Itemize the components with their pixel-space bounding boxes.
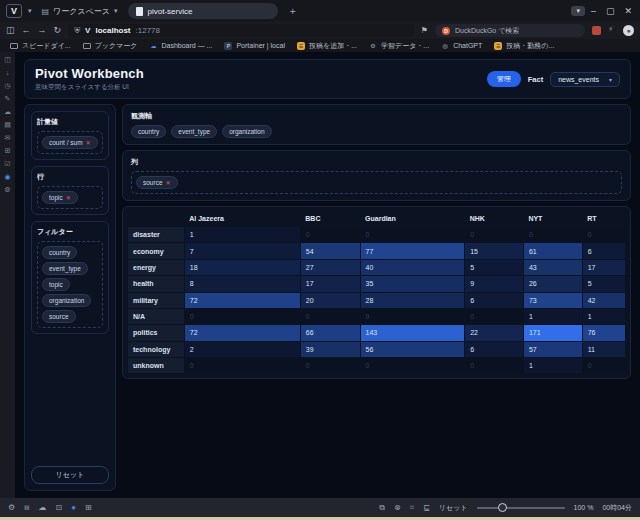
- filter-chip-source[interactable]: source: [42, 310, 76, 323]
- pivot-cell[interactable]: 39: [300, 341, 360, 357]
- pause-icon[interactable]: ⦀⦀: [24, 505, 29, 511]
- url-field[interactable]: ⛨ V localhost :12778: [68, 24, 414, 37]
- pivot-cell[interactable]: 54: [300, 243, 360, 259]
- pivot-cell[interactable]: 0: [582, 358, 625, 374]
- pivot-cell[interactable]: 0: [184, 358, 300, 374]
- close-button[interactable]: ✕: [624, 7, 632, 16]
- panel-tasks-icon[interactable]: ☑: [4, 160, 10, 167]
- forward-button[interactable]: →: [38, 26, 47, 35]
- column-chip-source[interactable]: source✕: [136, 176, 178, 189]
- pivot-cell[interactable]: 0: [300, 358, 360, 374]
- bookmark-item[interactable]: ⚙学習データ・...: [369, 41, 429, 51]
- pivot-cell[interactable]: 0: [300, 227, 360, 243]
- panel-panels-icon[interactable]: ◫: [4, 56, 11, 63]
- reset-button[interactable]: リセット: [31, 466, 109, 484]
- bookmark-item[interactable]: PPortainer | local: [224, 42, 285, 50]
- pivot-cell[interactable]: 73: [523, 292, 582, 308]
- pivot-cell[interactable]: 1: [523, 358, 582, 374]
- fact-select[interactable]: news_events ▾: [550, 72, 620, 87]
- panel-notes-icon[interactable]: ✎: [5, 95, 11, 102]
- filters-dropzone[interactable]: countryevent_typetopicorganizationsource: [37, 241, 103, 328]
- bookmark-item[interactable]: ☰投稿を追加・...: [297, 41, 357, 51]
- pivot-cell[interactable]: 0: [360, 358, 465, 374]
- profile-avatar[interactable]: ●: [623, 25, 634, 36]
- filter-chip-topic[interactable]: topic: [42, 278, 70, 291]
- pivot-cell[interactable]: 18: [184, 259, 300, 275]
- pivot-cell[interactable]: 0: [582, 227, 625, 243]
- panel-active-app-icon[interactable]: ◉: [4, 173, 10, 180]
- pivot-cell[interactable]: 0: [465, 308, 524, 324]
- pivot-cell[interactable]: 11: [582, 341, 625, 357]
- pivot-cell[interactable]: 0: [523, 227, 582, 243]
- image-toggle-icon[interactable]: ⊑: [423, 504, 430, 512]
- pivot-cell[interactable]: 2: [184, 341, 300, 357]
- filter-chip-organization[interactable]: organization: [42, 294, 91, 307]
- pivot-cell[interactable]: 1: [582, 308, 625, 324]
- window-panel-icon[interactable]: ⊡: [55, 504, 62, 512]
- bookmark-item[interactable]: ☁Dashboard — ...: [149, 42, 212, 50]
- grid-icon[interactable]: ⊞: [85, 504, 92, 512]
- bookmark-item[interactable]: ☰投稿・勤務の...: [494, 41, 554, 51]
- axis-chip-event-type[interactable]: event_type: [171, 125, 217, 138]
- pivot-cell[interactable]: 7: [184, 243, 300, 259]
- panel-downloads-icon[interactable]: ↓: [6, 69, 10, 76]
- closed-tabs-button[interactable]: ▾: [571, 6, 585, 16]
- pivot-cell[interactable]: 43: [523, 259, 582, 275]
- pivot-cell[interactable]: 40: [360, 259, 465, 275]
- pivot-cell[interactable]: 0: [360, 227, 465, 243]
- pivot-cell[interactable]: 42: [582, 292, 625, 308]
- pivot-cell[interactable]: 61: [523, 243, 582, 259]
- vivaldi-menu-button[interactable]: V: [6, 4, 22, 18]
- panel-toggle-icon[interactable]: ◫: [6, 26, 15, 35]
- pivot-cell[interactable]: 77: [360, 243, 465, 259]
- workspace-switcher[interactable]: ▤ ワークスペース ▾: [38, 4, 122, 19]
- pivot-cell[interactable]: 57: [523, 341, 582, 357]
- tiling-icon[interactable]: ⊗: [394, 504, 401, 512]
- panel-windows-icon[interactable]: ⊞: [5, 147, 11, 154]
- back-button[interactable]: ←: [22, 26, 31, 35]
- pivot-cell[interactable]: 171: [523, 325, 582, 341]
- admin-button[interactable]: 管理: [487, 71, 521, 87]
- bookmark-item[interactable]: スピードダイ...: [10, 41, 71, 51]
- pivot-cell[interactable]: 5: [582, 276, 625, 292]
- new-tab-button[interactable]: ＋: [284, 4, 302, 18]
- pivot-cell[interactable]: 0: [465, 227, 524, 243]
- remove-chip-icon[interactable]: ✕: [166, 179, 171, 186]
- bookmark-flag-icon[interactable]: ⚑: [421, 27, 428, 35]
- pivot-cell[interactable]: 56: [360, 341, 465, 357]
- bookmark-item[interactable]: ◎ChatGPT: [441, 42, 482, 50]
- settings-gear-icon[interactable]: ⚙: [8, 504, 15, 512]
- page-actions-icon[interactable]: ⧉: [379, 504, 385, 512]
- pivot-cell[interactable]: 76: [582, 325, 625, 341]
- search-field[interactable]: D DuckDuckGo で検索: [435, 24, 585, 37]
- pivot-cell[interactable]: 0: [184, 308, 300, 324]
- pivot-cell[interactable]: 9: [465, 276, 524, 292]
- axis-chip-country[interactable]: country: [131, 125, 166, 138]
- pivot-cell[interactable]: 26: [523, 276, 582, 292]
- pivot-cell[interactable]: 0: [360, 308, 465, 324]
- row-chip-topic[interactable]: topic✕: [42, 191, 78, 204]
- pivot-cell[interactable]: 20: [300, 292, 360, 308]
- sync-cloud-icon[interactable]: ☁: [38, 504, 46, 512]
- pivot-cell[interactable]: 1: [184, 227, 300, 243]
- columns-dropzone[interactable]: source✕: [131, 171, 622, 194]
- maximize-button[interactable]: ▢: [606, 7, 615, 16]
- pivot-cell[interactable]: 6: [465, 341, 524, 357]
- pivot-cell[interactable]: 5: [465, 259, 524, 275]
- pivot-cell[interactable]: 66: [300, 325, 360, 341]
- measures-dropzone[interactable]: count / sum✕: [37, 131, 103, 154]
- panel-settings-icon[interactable]: ⚙: [4, 186, 10, 193]
- axis-chip-organization[interactable]: organization: [222, 125, 271, 138]
- pivot-cell[interactable]: 22: [465, 325, 524, 341]
- measure-chip-count-sum[interactable]: count / sum✕: [42, 136, 98, 149]
- pivot-cell[interactable]: 1: [523, 308, 582, 324]
- panel-sync-icon[interactable]: ☁: [4, 108, 11, 115]
- tab-pivot-service[interactable]: pivot-service: [128, 3, 278, 19]
- pivot-cell[interactable]: 143: [360, 325, 465, 341]
- capture-icon[interactable]: ⌗: [410, 504, 415, 512]
- remove-chip-icon[interactable]: ✕: [66, 194, 71, 201]
- reload-button[interactable]: ↻: [54, 26, 62, 35]
- pivot-cell[interactable]: 28: [360, 292, 465, 308]
- zoom-reset-button[interactable]: リセット: [439, 503, 468, 513]
- extension-icon-2[interactable]: ⚡: [608, 26, 616, 35]
